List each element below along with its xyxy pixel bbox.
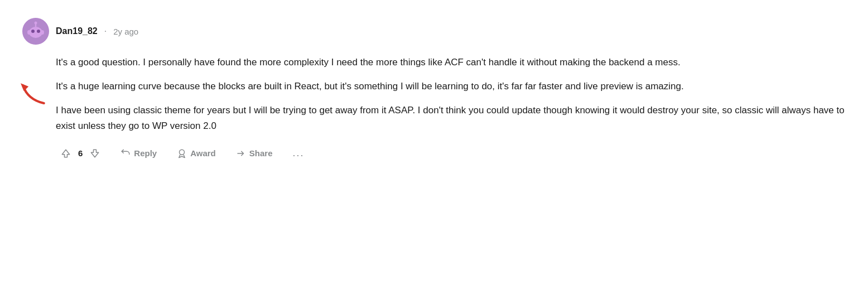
more-button[interactable]: ... [288,145,308,161]
comment-actions: 6 Reply [56,145,846,162]
highlighted-paragraph: It's a huge learning curve because the b… [56,79,846,94]
reply-button[interactable]: Reply [116,145,161,162]
comment-container: Dan19_82 · 2y ago It's a good question. … [0,0,868,180]
upvote-icon [60,148,71,159]
svg-point-3 [37,30,40,33]
share-label: Share [249,148,273,158]
award-label: Award [190,148,216,158]
upvote-button[interactable] [56,145,76,162]
downvote-icon [89,148,100,159]
vote-group: 6 [56,145,105,162]
award-icon [177,148,187,158]
dot-separator: · [104,26,107,36]
svg-marker-8 [21,83,28,91]
comment-header: Dan19_82 · 2y ago [22,18,846,45]
svg-point-2 [31,30,35,33]
svg-point-7 [41,30,44,35]
svg-point-5 [35,22,37,25]
paragraph-3: I have been using classic theme for year… [56,103,846,133]
svg-point-9 [180,150,185,155]
share-button[interactable]: Share [232,145,277,162]
comment-body: It's a good question. I personally have … [56,55,846,162]
paragraph-1: It's a good question. I personally have … [56,55,846,70]
paragraph-2: It's a huge learning curve because the b… [56,79,846,94]
reply-icon [120,148,131,158]
reply-label: Reply [134,148,157,158]
svg-point-1 [29,27,42,38]
svg-point-6 [27,30,31,35]
avatar [22,18,49,45]
username: Dan19_82 [56,26,98,36]
vote-count: 6 [78,148,83,158]
share-icon [236,148,246,158]
award-button[interactable]: Award [172,145,220,162]
timestamp: 2y ago [113,27,138,36]
arrow-annotation [18,81,51,109]
downvote-button[interactable] [85,145,105,162]
